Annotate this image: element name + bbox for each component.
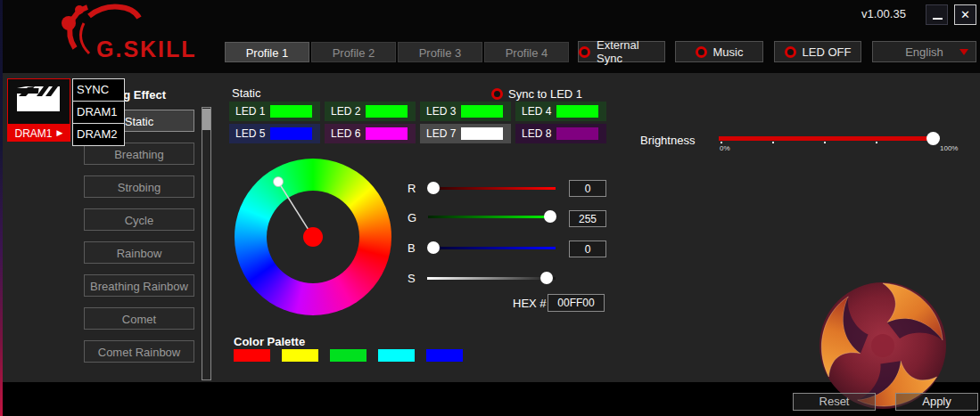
led-3-tile[interactable]: LED 3	[420, 102, 511, 121]
gskill-logo: G.SKILL	[54, 2, 205, 66]
slider-b-label: B	[408, 241, 422, 255]
led-4-tile[interactable]: LED 4	[515, 102, 606, 121]
language-select[interactable]: English	[872, 41, 976, 62]
palette-chip-yellow[interactable]	[282, 349, 318, 362]
close-button[interactable]: ✕	[954, 4, 976, 25]
led-row-1: LED 1 LED 2 LED 3 LED 4	[229, 102, 606, 121]
slider-r-value[interactable]	[569, 180, 606, 197]
minimize-icon	[933, 18, 943, 20]
external-sync-button[interactable]: External Sync	[578, 41, 665, 62]
led-6-tile[interactable]: LED 6	[325, 124, 416, 143]
version-label: v1.00.35	[861, 7, 915, 20]
ram-stick-icon	[8, 79, 70, 124]
music-button[interactable]: Music	[675, 41, 763, 62]
slider-g-value[interactable]	[569, 210, 606, 227]
tick-25	[772, 142, 774, 143]
led-off-label: LED OFF	[803, 45, 852, 59]
color-palette	[234, 349, 463, 362]
external-sync-label: External Sync	[597, 38, 664, 65]
led-7-swatch	[461, 127, 503, 140]
radio-ring-icon	[785, 46, 796, 58]
led-5-label: LED 5	[235, 127, 265, 140]
tick-50	[824, 142, 826, 143]
slider-r-track[interactable]	[428, 187, 556, 190]
led-7-label: LED 7	[426, 127, 456, 140]
tick-75	[876, 142, 877, 143]
led-4-label: LED 4	[522, 105, 551, 118]
brand-text: G.SKILL	[96, 37, 197, 61]
hex-input[interactable]	[548, 294, 605, 312]
reset-button[interactable]: Reset	[793, 393, 876, 411]
brightness-max-label: 100%	[940, 144, 958, 152]
dropdown-item-dram2[interactable]: DRAM2	[72, 123, 125, 146]
minimize-button[interactable]	[926, 4, 948, 25]
slider-b-track[interactable]	[428, 247, 556, 249]
slider-g-track[interactable]	[428, 216, 556, 218]
hex-label: HEX #	[513, 297, 547, 310]
radio-ring-icon	[491, 88, 503, 100]
led-2-label: LED 2	[331, 105, 360, 118]
color-wheel[interactable]	[235, 159, 391, 315]
dram-arrow-icon: ▶	[57, 129, 63, 137]
led-2-tile[interactable]: LED 2	[325, 102, 416, 121]
palette-chip-green[interactable]	[330, 349, 366, 362]
slider-b-value[interactable]	[569, 241, 606, 257]
scrollbar-thumb[interactable]	[202, 109, 210, 130]
led-8-swatch	[556, 127, 598, 140]
brightness-min-label: 0%	[720, 144, 730, 152]
led-3-label: LED 3	[426, 105, 456, 118]
led-6-label: LED 6	[331, 127, 360, 140]
tick-0	[721, 142, 722, 143]
slider-b-handle[interactable]	[427, 241, 440, 254]
effect-rainbow[interactable]: Rainbow	[84, 241, 194, 264]
effect-scrollbar[interactable]	[202, 107, 211, 380]
palette-chip-blue[interactable]	[426, 349, 463, 362]
led-5-swatch	[270, 127, 312, 140]
tab-profile-2[interactable]: Profile 2	[311, 42, 396, 62]
led-8-label: LED 8	[522, 127, 551, 140]
brightness-slider[interactable]	[719, 136, 933, 141]
app-window: G.SKILL v1.00.35 ✕ Profile 1 Profile 2 P…	[0, 0, 980, 416]
led-off-button[interactable]: LED OFF	[774, 41, 861, 62]
color-wheel-overlay	[235, 159, 391, 315]
sync-to-led1-toggle[interactable]: Sync to LED 1	[491, 87, 582, 101]
language-value: English	[905, 45, 943, 59]
slider-g-handle[interactable]	[544, 210, 556, 223]
effect-comet[interactable]: Comet	[84, 307, 194, 330]
effect-cycle[interactable]: Cycle	[84, 208, 194, 231]
dropdown-item-dram1[interactable]: DRAM1	[72, 101, 125, 124]
led-1-tile[interactable]: LED 1	[229, 102, 320, 121]
wheel-picker-handle[interactable]	[274, 177, 284, 187]
led-row-2: LED 5 LED 6 LED 7 LED 8	[229, 124, 606, 143]
effect-comet-rainbow[interactable]: Comet Rainbow	[84, 340, 194, 363]
slider-g-label: G	[408, 211, 422, 224]
brightness-handle[interactable]	[926, 132, 940, 145]
dram-selected-bar[interactable]: DRAM1 ▶	[7, 125, 70, 142]
tab-profile-3[interactable]: Profile 3	[398, 42, 482, 62]
dropdown-item-sync[interactable]: SYNC	[72, 78, 125, 102]
palette-chip-red[interactable]	[234, 349, 270, 362]
led-4-swatch	[556, 105, 598, 118]
dram-selected-label: DRAM1	[15, 127, 53, 140]
tab-profile-1[interactable]: Profile 1	[225, 42, 309, 62]
led-3-swatch	[461, 105, 503, 118]
dram-module-button[interactable]	[7, 78, 70, 125]
chevron-down-icon	[959, 49, 968, 55]
palette-chip-cyan[interactable]	[378, 349, 415, 362]
slider-r-handle[interactable]	[427, 182, 440, 194]
led-8-tile[interactable]: LED 8	[515, 124, 606, 143]
mode-title: Static	[232, 86, 261, 100]
apply-button[interactable]: Apply	[895, 393, 978, 411]
led-7-tile[interactable]: LED 7	[420, 124, 511, 143]
effect-strobing[interactable]: Strobing	[84, 175, 194, 198]
color-palette-heading: Color Palette	[234, 335, 305, 348]
slider-s-track[interactable]	[427, 277, 556, 280]
effect-breathing-rainbow[interactable]: Breathing Rainbow	[84, 274, 194, 297]
tab-profile-4[interactable]: Profile 4	[484, 42, 569, 62]
close-icon: ✕	[960, 8, 970, 21]
led-1-label: LED 1	[235, 105, 265, 118]
slider-s-handle[interactable]	[540, 272, 553, 284]
led-5-tile[interactable]: LED 5	[229, 124, 320, 143]
led-6-swatch	[366, 127, 408, 140]
music-label: Music	[713, 45, 744, 59]
